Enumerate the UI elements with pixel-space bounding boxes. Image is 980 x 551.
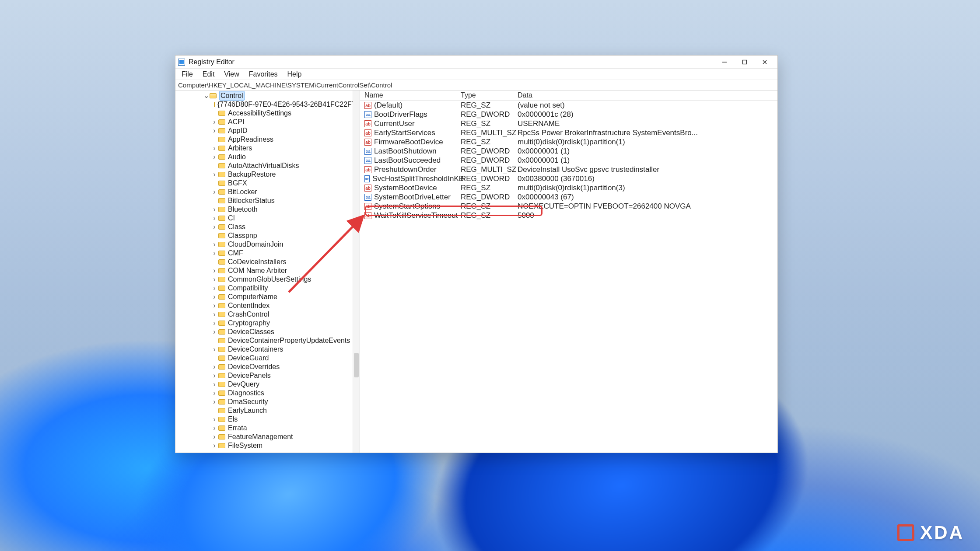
menu-view[interactable]: View xyxy=(220,70,243,79)
tree-node[interactable]: DeviceGuard xyxy=(175,354,360,363)
value-row[interactable]: FirmwareBootDeviceREG_SZmulti(0)disk(0)r… xyxy=(360,137,777,146)
chevron-right-icon[interactable]: › xyxy=(212,275,217,284)
chevron-right-icon[interactable]: › xyxy=(212,284,217,293)
tree-node[interactable]: ›DeviceOverrides xyxy=(175,363,360,371)
chevron-right-icon[interactable]: › xyxy=(212,126,217,135)
tree-node[interactable]: Classpnp xyxy=(175,231,360,240)
chevron-right-icon[interactable]: › xyxy=(212,415,217,424)
tree-node[interactable]: ›COM Name Arbiter xyxy=(175,266,360,275)
tree-node[interactable]: ›CloudDomainJoin xyxy=(175,240,360,249)
tree-node[interactable]: ›AppID xyxy=(175,126,360,135)
value-row[interactable]: CurrentUserREG_SZUSERNAME xyxy=(360,119,777,128)
maximize-button[interactable] xyxy=(735,56,755,69)
tree-node[interactable]: ›DeviceClasses xyxy=(175,328,360,336)
col-type[interactable]: Type xyxy=(461,91,518,99)
chevron-right-icon[interactable]: › xyxy=(212,205,217,214)
chevron-right-icon[interactable]: › xyxy=(212,293,217,301)
tree-node[interactable]: DeviceContainerPropertyUpdateEvents xyxy=(175,336,360,345)
menu-edit[interactable]: Edit xyxy=(198,70,219,79)
tree-node[interactable]: ›Bluetooth xyxy=(175,205,360,214)
tree-node[interactable]: ›CMF xyxy=(175,249,360,258)
chevron-right-icon[interactable]: › xyxy=(212,424,217,432)
chevron-right-icon[interactable]: › xyxy=(212,310,217,319)
tree-node[interactable]: ›Arbiters xyxy=(175,144,360,153)
tree-node[interactable]: AutoAttachVirtualDisks xyxy=(175,161,360,170)
tree-node[interactable]: ›CommonGlobUserSettings xyxy=(175,275,360,284)
chevron-right-icon[interactable]: › xyxy=(212,266,217,275)
address-bar[interactable]: Computer\HKEY_LOCAL_MACHINE\SYSTEM\Curre… xyxy=(175,80,777,91)
tree-node-control[interactable]: ⌄ Control xyxy=(175,91,360,100)
tree-node[interactable]: AppReadiness xyxy=(175,135,360,144)
chevron-right-icon[interactable]: › xyxy=(212,223,217,231)
tree-node[interactable]: ›FeatureManagement xyxy=(175,432,360,441)
tree-scrollbar[interactable] xyxy=(353,91,360,453)
chevron-right-icon[interactable]: › xyxy=(212,214,217,223)
value-row[interactable]: (Default)REG_SZ(value not set) xyxy=(360,101,777,110)
scrollbar-thumb[interactable] xyxy=(354,353,359,377)
tree-node[interactable]: ›CrashControl xyxy=(175,310,360,319)
tree-node[interactable]: ›ACPI xyxy=(175,118,360,126)
tree-node[interactable]: ›Cryptography xyxy=(175,319,360,328)
menu-favorites[interactable]: Favorites xyxy=(245,70,282,79)
tree-node[interactable]: ›ContentIndex xyxy=(175,301,360,310)
chevron-down-icon[interactable]: ⌄ xyxy=(203,91,208,100)
tree-node[interactable]: EarlyLaunch xyxy=(175,406,360,415)
menu-file[interactable]: File xyxy=(177,70,197,79)
chevron-right-icon[interactable]: › xyxy=(212,371,217,380)
chevron-right-icon[interactable]: › xyxy=(212,118,217,126)
tree-node[interactable]: ›Class xyxy=(175,223,360,231)
tree-node[interactable]: ›Els xyxy=(175,415,360,424)
chevron-right-icon[interactable]: › xyxy=(212,188,217,196)
value-row[interactable]: SystemStartOptionsREG_SZ NOEXECUTE=OPTIN… xyxy=(360,202,777,211)
chevron-right-icon[interactable]: › xyxy=(212,432,217,441)
close-button[interactable] xyxy=(755,56,775,69)
tree-node[interactable]: ›DevicePanels xyxy=(175,371,360,380)
tree-node[interactable]: ›Audio xyxy=(175,153,360,161)
chevron-right-icon[interactable]: › xyxy=(212,153,217,161)
tree-node[interactable]: ›BackupRestore xyxy=(175,170,360,179)
tree-node[interactable]: ›DevQuery xyxy=(175,380,360,389)
chevron-right-icon[interactable]: › xyxy=(212,249,217,258)
value-row[interactable]: BootDriverFlagsREG_DWORD0x0000001c (28) xyxy=(360,110,777,119)
tree-node[interactable]: ›DeviceContainers xyxy=(175,345,360,354)
value-row[interactable]: SvcHostSplitThresholdInKBREG_DWORD0x0038… xyxy=(360,174,777,183)
key-tree[interactable]: ⌄ Control {7746D80F-97E0-4E26-9543-26B41… xyxy=(175,91,360,453)
tree-node[interactable]: CoDeviceInstallers xyxy=(175,258,360,266)
chevron-right-icon[interactable]: › xyxy=(212,328,217,336)
minimize-button[interactable] xyxy=(714,56,735,69)
value-row[interactable]: WaitToKillServiceTimeoutREG_SZ5000 xyxy=(360,211,777,220)
col-data[interactable]: Data xyxy=(518,91,777,99)
tree-node[interactable]: ›CI xyxy=(175,214,360,223)
chevron-right-icon[interactable]: › xyxy=(212,170,217,179)
chevron-right-icon[interactable]: › xyxy=(212,240,217,249)
col-name[interactable]: Name xyxy=(364,91,461,99)
tree-node[interactable]: ›Diagnostics xyxy=(175,389,360,398)
chevron-right-icon[interactable]: › xyxy=(212,319,217,328)
value-row[interactable]: PreshutdownOrderREG_MULTI_SZDeviceInstal… xyxy=(360,165,777,174)
chevron-right-icon[interactable]: › xyxy=(212,345,217,354)
tree-node[interactable]: AccessibilitySettings xyxy=(175,109,360,118)
tree-node[interactable]: ›Compatibility xyxy=(175,284,360,293)
chevron-right-icon[interactable]: › xyxy=(212,389,217,398)
tree-node[interactable]: BGFX xyxy=(175,179,360,188)
tree-node[interactable]: ›ComputerName xyxy=(175,293,360,301)
value-row[interactable]: SystemBootDriveLetterREG_DWORD0x00000043… xyxy=(360,192,777,202)
value-list[interactable]: Name Type Data (Default)REG_SZ(value not… xyxy=(360,91,777,453)
value-row[interactable]: SystemBootDeviceREG_SZmulti(0)disk(0)rdi… xyxy=(360,183,777,192)
tree-node[interactable]: {7746D80F-97E0-4E26-9543-26B41FC22F79} xyxy=(175,100,360,109)
chevron-right-icon[interactable]: › xyxy=(212,380,217,389)
chevron-right-icon[interactable]: › xyxy=(212,398,217,406)
value-row[interactable]: LastBootShutdownREG_DWORD0x00000001 (1) xyxy=(360,146,777,156)
tree-node[interactable]: ›FileSystem xyxy=(175,441,360,450)
tree-node[interactable]: ›BitLocker xyxy=(175,188,360,196)
value-row[interactable]: EarlyStartServicesREG_MULTI_SZRpcSs Powe… xyxy=(360,128,777,137)
tree-node[interactable]: BitlockerStatus xyxy=(175,196,360,205)
chevron-right-icon[interactable]: › xyxy=(212,301,217,310)
menu-help[interactable]: Help xyxy=(283,70,306,79)
column-headers[interactable]: Name Type Data xyxy=(360,91,777,101)
tree-node[interactable]: ›Errata xyxy=(175,424,360,432)
value-row[interactable]: LastBootSucceededREG_DWORD0x00000001 (1) xyxy=(360,156,777,165)
chevron-right-icon[interactable]: › xyxy=(212,144,217,153)
chevron-right-icon[interactable]: › xyxy=(212,363,217,371)
chevron-right-icon[interactable]: › xyxy=(212,441,217,450)
